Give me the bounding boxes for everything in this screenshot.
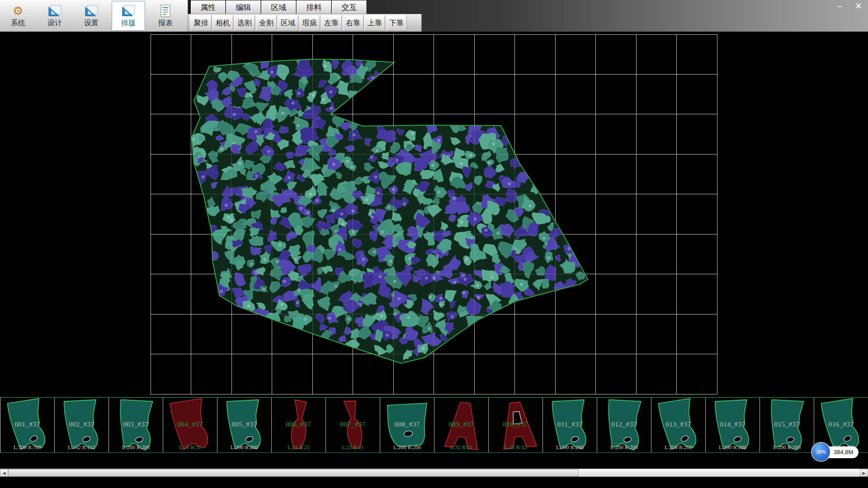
thumbnail-strip: 001_#37L:700 R:700002_#37L:132 R:132003_… xyxy=(0,397,868,453)
horizontal-scrollbar[interactable]: ◀ ▶ xyxy=(0,469,868,477)
design-ruler-icon xyxy=(47,4,62,18)
report-document-icon xyxy=(159,4,172,18)
piece-thumbnail[interactable]: 002_#37L:132 R:132 xyxy=(55,398,109,452)
piece-lr-count: L:132 R:132 xyxy=(55,444,108,451)
piece-thumbnail[interactable]: 001_#37L:700 R:700 xyxy=(0,398,55,452)
tool-align-bottom[interactable]: 下靠 xyxy=(386,15,407,31)
piece-name: 012_#37 xyxy=(597,421,651,428)
piece-thumbnail[interactable]: 010_#37L:33 R:32 xyxy=(489,398,543,452)
progress-circle: 38% xyxy=(812,443,830,461)
piece-name: 008_#37 xyxy=(380,421,434,428)
tool-cut-all[interactable]: 全割 xyxy=(256,15,277,31)
module-label: 报表 xyxy=(158,19,173,28)
module-report[interactable]: 报表 xyxy=(149,1,182,31)
piece-thumbnail[interactable]: 011_#37L:200 R:200 xyxy=(543,398,597,452)
piece-name: 011_#37 xyxy=(543,421,597,428)
piece-lr-count: L:32 R:31 xyxy=(434,444,488,451)
piece-thumbnail[interactable]: 003_#37L:200 R:200 xyxy=(109,398,163,452)
piece-thumbnail[interactable]: 012_#37L:200 R:200 xyxy=(597,398,651,452)
piece-name: 004_#37 xyxy=(163,421,217,428)
nesting-canvas[interactable] xyxy=(0,32,868,397)
window-close-button[interactable]: ✕ xyxy=(853,1,864,11)
tab-region[interactable]: 区域 xyxy=(261,0,296,14)
piece-lr-count: L:700 R:700 xyxy=(0,444,54,451)
app-window: ⚙ 系统 设计 xyxy=(0,0,868,488)
piece-thumbnail[interactable]: 006_#37L:21 R:21 xyxy=(272,398,326,452)
piece-name: 006_#37 xyxy=(272,421,326,428)
tool-align-top[interactable]: 上靠 xyxy=(364,15,385,31)
piece-thumbnail[interactable]: 013_#37L:200 R:200 xyxy=(651,398,706,452)
progress-percent: 38% xyxy=(816,449,826,455)
piece-name: 002_#37 xyxy=(55,421,108,428)
tool-align-right[interactable]: 右靠 xyxy=(343,15,363,31)
menu-tab-bar: 属性 编辑 区域 排料 交互 xyxy=(191,0,367,14)
scroll-right-arrow-icon[interactable]: ▶ xyxy=(860,469,868,477)
app-header: ⚙ 系统 设计 xyxy=(0,0,868,32)
piece-thumbnail[interactable]: 005_#37L:200 R:200 xyxy=(217,398,272,452)
piece-thumbnail[interactable]: 004_#37L:31 R:31 xyxy=(163,398,217,452)
tool-bar: 聚排 相机 选割 全割 区域 瑕疵 左靠 右靠 上靠 下靠 xyxy=(191,15,407,31)
tab-interaction[interactable]: 交互 xyxy=(332,0,367,14)
layout-ruler-icon xyxy=(121,4,136,18)
piece-name: 001_#37 xyxy=(0,421,54,428)
piece-name: 014_#37 xyxy=(706,421,760,428)
module-settings[interactable]: 设置 xyxy=(75,1,108,31)
piece-name: 013_#37 xyxy=(651,421,705,428)
piece-name: 009_#37 xyxy=(434,421,488,428)
piece-lr-count: L:200 R:200 xyxy=(380,444,434,451)
settings-ruler-icon xyxy=(84,4,99,18)
window-controls: – ✕ xyxy=(834,1,864,11)
piece-name: 007_#37 xyxy=(326,421,380,428)
tool-cluster-nest[interactable]: 聚排 xyxy=(191,15,212,31)
system-gear-icon: ⚙ xyxy=(13,4,23,18)
module-label: 系统 xyxy=(11,19,25,28)
piece-thumbnail[interactable]: 007_#37L:21 R:21 xyxy=(326,398,380,452)
piece-lr-count: L:31 R:31 xyxy=(163,444,217,451)
module-label: 设计 xyxy=(47,19,62,28)
piece-thumbnail[interactable]: 014_#37L:200 R:200 xyxy=(706,398,760,452)
piece-name: 005_#37 xyxy=(217,421,271,428)
piece-lr-count: L:200 R:200 xyxy=(651,444,705,451)
piece-lr-count: L:33 R:32 xyxy=(489,444,542,451)
tool-align-left[interactable]: 左靠 xyxy=(321,15,342,31)
piece-lr-count: L:200 R:200 xyxy=(706,444,760,451)
tab-properties[interactable]: 属性 xyxy=(191,0,226,14)
tool-region[interactable]: 区域 xyxy=(278,15,298,31)
module-design[interactable]: 设计 xyxy=(38,1,71,31)
piece-thumbnail[interactable]: 008_#37L:200 R:200 xyxy=(380,398,434,452)
window-minimize-button[interactable]: – xyxy=(834,1,845,11)
piece-lr-count: L:200 R:200 xyxy=(109,444,163,451)
piece-lr-count: L:200 R:200 xyxy=(597,444,651,451)
tab-nesting[interactable]: 排料 xyxy=(297,0,331,14)
tool-select-cut[interactable]: 选割 xyxy=(234,15,255,31)
piece-name: 010_#37 xyxy=(489,421,542,428)
canvas-area xyxy=(0,32,868,397)
module-layout[interactable]: 排版 xyxy=(112,1,145,31)
piece-name: 003_#37 xyxy=(109,421,163,428)
module-system[interactable]: ⚙ 系统 xyxy=(2,1,34,31)
scroll-left-arrow-icon[interactable]: ◀ xyxy=(0,469,8,477)
tab-edit[interactable]: 编辑 xyxy=(226,0,261,14)
piece-lr-count: L:200 R:200 xyxy=(543,444,597,451)
piece-lr-count: L:21 R:21 xyxy=(326,444,380,451)
piece-thumbnail[interactable]: 015_#37L:200 R:200 xyxy=(760,398,814,452)
tool-defect[interactable]: 瑕疵 xyxy=(299,15,320,31)
module-toolbar: ⚙ 系统 设计 xyxy=(0,0,188,32)
piece-name: 016_#37 xyxy=(814,421,868,428)
tool-camera[interactable]: 相机 xyxy=(212,15,233,31)
piece-name: 015_#37 xyxy=(760,421,814,428)
module-label: 设置 xyxy=(84,19,99,28)
piece-lr-count: L:21 R:21 xyxy=(272,444,326,451)
scrollbar-thumb[interactable] xyxy=(8,469,579,477)
module-label: 排版 xyxy=(121,19,136,28)
piece-thumbnail[interactable]: 009_#37L:32 R:31 xyxy=(434,398,489,452)
piece-lr-count: L:200 R:200 xyxy=(760,444,814,451)
memory-status: 384.8M 38% xyxy=(812,443,858,462)
piece-lr-count: L:200 R:200 xyxy=(217,444,271,451)
